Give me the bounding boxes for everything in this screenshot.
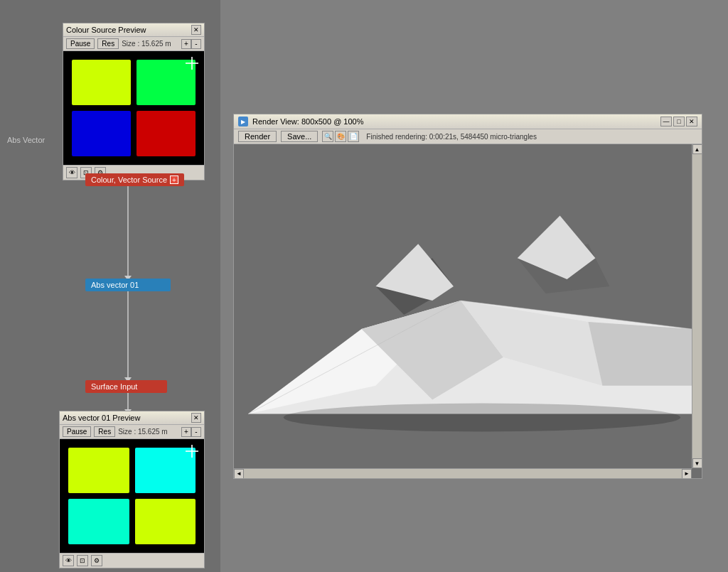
render-scroll-down-arrow[interactable]: ▼ (692, 458, 702, 468)
colour-source-minus-btn[interactable]: - (191, 39, 201, 49)
render-view-minimize-btn[interactable]: — (660, 117, 672, 126)
colour-source-titlebar: Colour Source Preview ✕ (63, 23, 204, 37)
abs-vector-res-btn[interactable]: Res (94, 426, 115, 437)
svg-point-18 (284, 404, 680, 432)
abs-vector-frame-icon[interactable]: ⊡ (77, 555, 88, 566)
render-scroll-left-arrow[interactable]: ◄ (234, 469, 244, 479)
abs-vector-toolbar: Pause Res Size : 15.625 m + - (60, 425, 204, 439)
render-btn[interactable]: Render (238, 131, 277, 142)
colour-vector-source-node[interactable]: Colour, Vector Source + (85, 173, 184, 186)
abs-vector-titlebar: Abs vector 01 Preview ✕ (60, 411, 204, 425)
abs-vector-label: Abs Vector (7, 136, 45, 144)
render-view-window: ▶ Render View: 800x500 @ 100% — □ ✕ Rend… (233, 114, 702, 479)
abs-vector-01-node[interactable]: Abs vector 01 (85, 279, 171, 291)
render-view-title: Render View: 800x500 @ 100% (252, 117, 656, 126)
render-title-icon: ▶ (238, 117, 248, 126)
render-view-close-btn[interactable]: ✕ (686, 117, 697, 126)
render-scrollbar-right[interactable]: ▲ ▼ (692, 144, 702, 468)
render-scrollbar-bottom[interactable]: ◄ ► (234, 468, 692, 478)
render-canvas: ▲ ▼ ◄ ► (234, 144, 702, 478)
abs-vector-gear-icon[interactable]: ⚙ (91, 555, 102, 566)
render-search-icon[interactable]: 🔍 (322, 131, 333, 142)
save-btn[interactable]: Save... (281, 131, 318, 142)
abs-vector-preview-window: Abs vector 01 Preview ✕ Pause Res Size :… (59, 411, 205, 568)
render-view-toolbar: Render Save... 🔍 🎨 📄 Finished rendering:… (234, 129, 702, 144)
render-view-maximize-btn[interactable]: □ (673, 117, 685, 126)
surface-input-label: Surface Input (91, 382, 137, 391)
abs-colour-cell-1 (135, 448, 196, 493)
render-color-icon[interactable]: 🎨 (335, 131, 346, 142)
abs-vector-eye-icon[interactable]: 👁 (63, 555, 74, 566)
render-status: Finished rendering: 0:00:21s, 5484450 mi… (366, 133, 537, 141)
abs-vector-zoom-controls: + - (181, 427, 201, 437)
abs-colour-cell-3 (135, 499, 196, 544)
abs-vector-size-label: Size : 15.625 m (118, 428, 167, 436)
colour-cell-2 (72, 111, 131, 156)
render-scroll-track-v (692, 154, 702, 458)
abs-vector-canvas (60, 439, 204, 553)
abs-vector-icons-bar: 👁 ⊡ ⚙ (60, 553, 204, 568)
colour-source-preview-window: Colour Source Preview ✕ Pause Res Size :… (63, 23, 205, 180)
render-doc-icon[interactable]: 📄 (348, 131, 359, 142)
render-toolbar-icons: 🔍 🎨 📄 (322, 131, 359, 142)
render-scroll-up-arrow[interactable]: ▲ (692, 144, 702, 154)
render-view-titlebar: ▶ Render View: 800x500 @ 100% — □ ✕ (234, 114, 702, 129)
abs-vector-pause-btn[interactable]: Pause (63, 426, 91, 437)
colour-source-close-btn[interactable]: ✕ (191, 25, 201, 35)
abs-colour-cell-2 (68, 499, 129, 544)
render-scroll-right-arrow[interactable]: ► (682, 469, 692, 479)
colour-cell-1 (136, 60, 196, 105)
render-view-window-buttons: — □ ✕ (660, 117, 697, 126)
abs-vector-minus-btn[interactable]: - (191, 427, 201, 437)
colour-cell-3 (136, 111, 196, 156)
colour-source-title: Colour Source Preview (66, 26, 146, 34)
colour-source-zoom-controls: + - (181, 39, 201, 49)
colour-source-size-label: Size : 15.625 m (122, 40, 171, 48)
colour-source-canvas (63, 51, 204, 165)
colour-source-grid (63, 51, 204, 165)
colour-source-res-btn[interactable]: Res (97, 38, 119, 49)
abs-colour-cell-0 (68, 448, 129, 493)
abs-vector-close-btn[interactable]: ✕ (191, 413, 201, 423)
abs-vector-title: Abs vector 01 Preview (63, 414, 140, 422)
abs-vector-plus-btn[interactable]: + (181, 427, 191, 437)
colour-source-pause-btn[interactable]: Pause (66, 38, 95, 49)
colour-source-plus-btn[interactable]: + (181, 39, 191, 49)
svg-marker-11 (588, 322, 692, 386)
colour-source-toolbar: Pause Res Size : 15.625 m + - (63, 37, 204, 51)
colour-vector-source-plus[interactable]: + (170, 176, 178, 184)
colour-vector-source-label: Colour, Vector Source (91, 176, 167, 184)
abs-vector-01-label: Abs vector 01 (91, 281, 139, 289)
surface-input-node[interactable]: Surface Input (85, 380, 167, 393)
abs-colour-grid (60, 439, 204, 553)
render-scroll-track-h (244, 469, 682, 478)
colour-source-eye-icon[interactable]: 👁 (66, 167, 77, 178)
render-3d-view (234, 144, 692, 468)
colour-cell-0 (72, 60, 131, 105)
